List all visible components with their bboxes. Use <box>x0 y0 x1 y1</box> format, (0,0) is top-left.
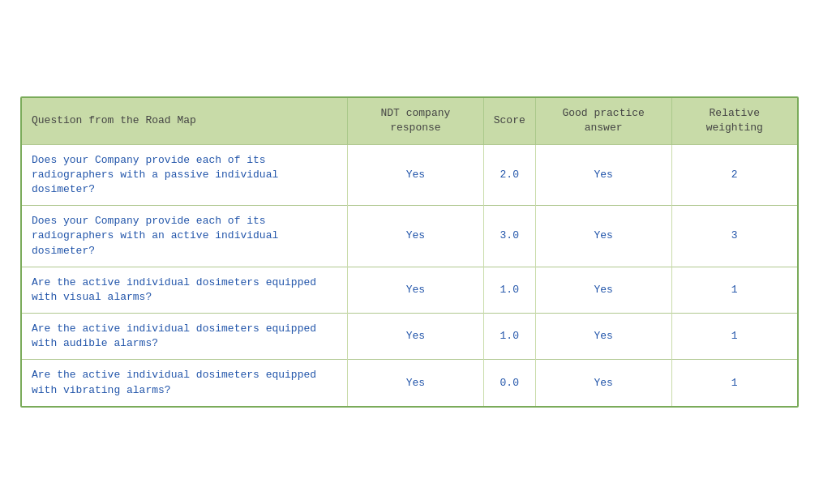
cell-score: 0.0 <box>483 360 535 406</box>
table-row: Are the active individual dosimeters equ… <box>22 267 797 313</box>
table-body: Does your Company provide each of its ra… <box>22 144 797 406</box>
cell-score: 2.0 <box>483 144 535 206</box>
cell-response: Yes <box>348 267 484 313</box>
col-header-good-practice: Good practice answer <box>535 98 671 144</box>
cell-score: 1.0 <box>483 267 535 313</box>
cell-score: 3.0 <box>483 206 535 267</box>
cell-question: Are the active individual dosimeters equ… <box>22 314 348 360</box>
cell-question: Are the active individual dosimeters equ… <box>22 267 348 313</box>
cell-score: 1.0 <box>483 314 535 360</box>
cell-weighting: 1 <box>671 267 797 313</box>
cell-good-practice: Yes <box>535 206 671 267</box>
cell-weighting: 2 <box>671 144 797 206</box>
cell-weighting: 1 <box>671 360 797 406</box>
table-row: Does your Company provide each of its ra… <box>22 206 797 267</box>
cell-weighting: 1 <box>671 314 797 360</box>
cell-response: Yes <box>348 144 484 206</box>
data-table: Question from the Road Map NDT company r… <box>22 98 797 406</box>
table-row: Does your Company provide each of its ra… <box>22 144 797 206</box>
main-table-container: Question from the Road Map NDT company r… <box>20 96 799 408</box>
cell-weighting: 3 <box>671 206 797 267</box>
cell-good-practice: Yes <box>535 267 671 313</box>
cell-question: Are the active individual dosimeters equ… <box>22 360 348 406</box>
table-row: Are the active individual dosimeters equ… <box>22 314 797 360</box>
cell-response: Yes <box>348 360 484 406</box>
table-row: Are the active individual dosimeters equ… <box>22 360 797 406</box>
cell-question: Does your Company provide each of its ra… <box>22 144 348 206</box>
col-header-question: Question from the Road Map <box>22 98 348 144</box>
col-header-ndt-response: NDT company response <box>348 98 484 144</box>
cell-good-practice: Yes <box>535 314 671 360</box>
cell-response: Yes <box>348 206 484 267</box>
cell-good-practice: Yes <box>535 144 671 206</box>
cell-response: Yes <box>348 314 484 360</box>
col-header-score: Score <box>483 98 535 144</box>
table-header-row: Question from the Road Map NDT company r… <box>22 98 797 144</box>
cell-question: Does your Company provide each of its ra… <box>22 206 348 267</box>
cell-good-practice: Yes <box>535 360 671 406</box>
col-header-weighting: Relative weighting <box>671 98 797 144</box>
